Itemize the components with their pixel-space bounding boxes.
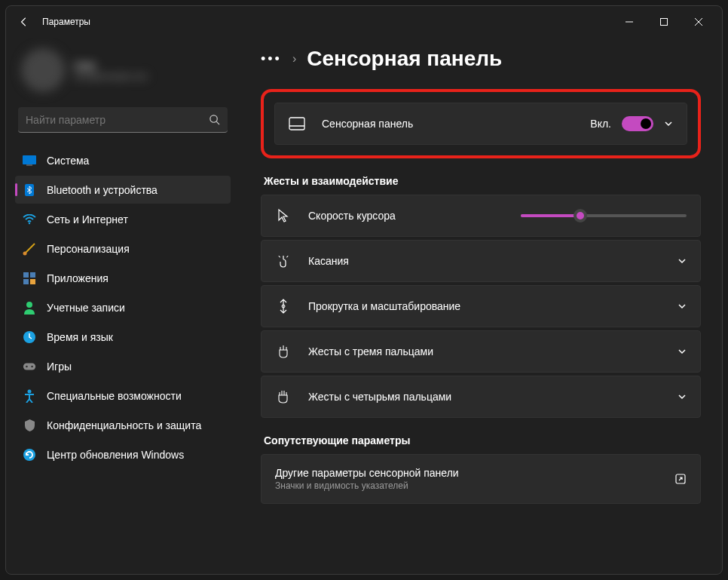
- nav-privacy[interactable]: Конфиденциальность и защита: [15, 411, 231, 439]
- scroll-icon: [275, 298, 292, 315]
- svg-line-3: [216, 121, 219, 124]
- svg-point-7: [29, 222, 30, 223]
- nav-label: Время и язык: [47, 331, 113, 343]
- open-external-icon: [674, 473, 687, 485]
- toggle-state: Вкл.: [590, 118, 611, 130]
- chevron-down-icon: [678, 392, 687, 401]
- touches-label: Касания: [308, 255, 661, 267]
- highlight-box: Сенсорная панель Вкл.: [261, 89, 701, 158]
- section-gestures: Жесты и взаимодействие: [264, 175, 701, 187]
- chevron-down-icon: [678, 302, 687, 311]
- nav-network[interactable]: Сеть и Интернет: [15, 205, 231, 233]
- arrow-left-icon: [19, 17, 29, 27]
- close-button[interactable]: [681, 10, 716, 34]
- svg-rect-9: [23, 272, 29, 278]
- other-sub: Значки и видимость указателей: [275, 480, 658, 491]
- svg-point-18: [28, 389, 32, 393]
- cursor-speed-slider[interactable]: [521, 214, 687, 217]
- breadcrumb-overflow[interactable]: •••: [261, 51, 282, 67]
- svg-rect-4: [23, 155, 36, 164]
- user-icon: [23, 301, 36, 315]
- bluetooth-icon: [23, 183, 36, 197]
- touchpad-toggle-card[interactable]: Сенсорная панель Вкл.: [274, 103, 687, 145]
- nav-list: Система Bluetooth и устройства Сеть и Ин…: [15, 146, 231, 468]
- other-title: Другие параметры сенсорной панели: [275, 467, 658, 479]
- cursor-speed-card[interactable]: Скорость курсора: [261, 195, 701, 237]
- minimize-icon: [626, 18, 633, 26]
- maximize-icon: [660, 18, 668, 26]
- nav-label: Bluetooth и устройства: [47, 184, 158, 196]
- nav-personalization[interactable]: Персонализация: [15, 235, 231, 262]
- svg-rect-1: [661, 19, 668, 26]
- touchpad-toggle[interactable]: [622, 116, 653, 131]
- nav-label: Персонализация: [47, 243, 130, 255]
- nav-label: Приложения: [47, 272, 109, 284]
- shield-icon: [23, 419, 36, 432]
- touchpad-icon: [289, 115, 305, 132]
- breadcrumb: ••• › Сенсорная панель: [261, 47, 701, 71]
- scroll-label: Прокрутка и масштабирование: [308, 300, 661, 312]
- three-finger-label: Жесты с тремя пальцами: [308, 345, 661, 358]
- scroll-card[interactable]: Прокрутка и масштабирование: [261, 285, 701, 327]
- three-finger-card[interactable]: Жесты с тремя пальцами: [261, 330, 701, 373]
- svg-point-17: [31, 365, 33, 367]
- accessibility-icon: [23, 389, 36, 403]
- minimize-button[interactable]: [612, 10, 647, 34]
- main-content: ••• › Сенсорная панель Сенсорная панель …: [240, 38, 722, 574]
- nav-accessibility[interactable]: Специальные возможности: [15, 382, 231, 410]
- nav-label: Конфиденциальность и защита: [47, 419, 201, 431]
- nav-system[interactable]: Система: [15, 146, 231, 174]
- section-related: Сопутствующие параметры: [264, 434, 701, 447]
- system-icon: [23, 154, 36, 167]
- nav-label: Учетные записи: [47, 302, 125, 314]
- touches-card[interactable]: Касания: [261, 240, 701, 282]
- nav-gaming[interactable]: Игры: [15, 352, 231, 380]
- nav-label: Центр обновления Windows: [47, 449, 184, 461]
- nav-label: Сеть и Интернет: [47, 213, 128, 226]
- close-icon: [695, 18, 702, 26]
- nav-bluetooth[interactable]: Bluetooth и устройства: [15, 176, 231, 204]
- avatar: [21, 48, 65, 92]
- four-finger-icon: [275, 388, 292, 405]
- chevron-down-icon: [678, 347, 687, 356]
- window-controls: [612, 10, 716, 34]
- window-title: Параметры: [42, 17, 90, 27]
- svg-rect-11: [23, 279, 29, 284]
- sidebar: User user@example.com Система Bluetooth …: [6, 38, 240, 574]
- svg-point-13: [26, 302, 32, 308]
- brush-icon: [23, 242, 36, 256]
- chevron-right-icon: ›: [292, 52, 296, 66]
- title-bar: Параметры: [6, 6, 722, 38]
- apps-icon: [23, 272, 36, 285]
- nav-time[interactable]: Время и язык: [15, 323, 231, 351]
- back-button[interactable]: [12, 10, 36, 34]
- search-box[interactable]: [18, 107, 228, 133]
- svg-rect-5: [26, 164, 32, 166]
- nav-apps[interactable]: Приложения: [15, 264, 231, 292]
- nav-accounts[interactable]: Учетные записи: [15, 293, 231, 321]
- profile-block[interactable]: User user@example.com: [15, 38, 231, 107]
- svg-rect-15: [23, 363, 35, 370]
- gamepad-icon: [23, 360, 36, 373]
- slider-thumb[interactable]: [574, 209, 587, 222]
- four-finger-card[interactable]: Жесты с четырьмя пальцами: [261, 376, 701, 418]
- svg-point-19: [23, 449, 35, 461]
- tap-icon: [275, 253, 292, 269]
- wifi-icon: [23, 213, 36, 226]
- clock-icon: [23, 330, 36, 344]
- maximize-button[interactable]: [647, 10, 681, 34]
- page-title: Сенсорная панель: [307, 47, 502, 71]
- nav-label: Система: [47, 155, 89, 167]
- four-finger-label: Жесты с четырьмя пальцами: [308, 391, 661, 403]
- search-input[interactable]: [26, 114, 209, 126]
- settings-window: Параметры User user@example.com: [5, 5, 723, 575]
- other-touchpad-card[interactable]: Другие параметры сенсорной панели Значки…: [261, 454, 701, 504]
- search-icon: [209, 114, 220, 125]
- svg-rect-12: [30, 279, 35, 284]
- svg-point-2: [210, 115, 217, 122]
- nav-update[interactable]: Центр обновления Windows: [15, 440, 231, 468]
- update-icon: [23, 448, 36, 462]
- chevron-down-icon[interactable]: [664, 119, 673, 128]
- svg-rect-10: [30, 272, 35, 278]
- svg-point-8: [23, 251, 27, 255]
